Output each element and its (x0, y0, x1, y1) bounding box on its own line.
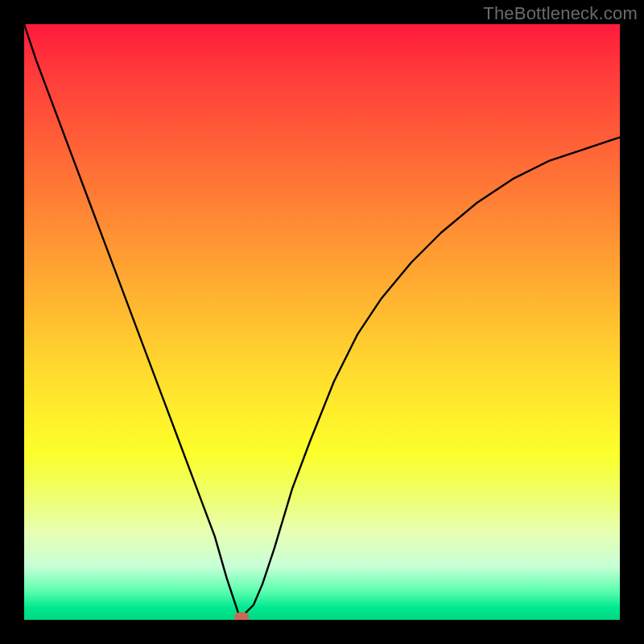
watermark-text: TheBottleneck.com (483, 3, 638, 24)
bottleneck-curve (24, 24, 620, 617)
chart-frame: TheBottleneck.com (0, 0, 644, 644)
curve-svg (24, 24, 620, 620)
plot-area (24, 24, 620, 620)
minimum-marker (234, 613, 249, 620)
